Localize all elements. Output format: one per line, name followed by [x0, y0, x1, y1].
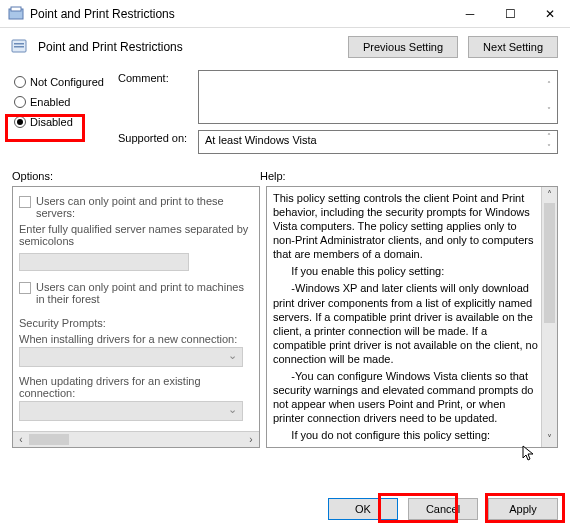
- maximize-button[interactable]: ☐: [490, 0, 530, 28]
- previous-setting-button[interactable]: Previous Setting: [348, 36, 458, 58]
- help-text: -Windows XP and later clients will only …: [273, 281, 539, 365]
- cancel-button[interactable]: Cancel: [408, 498, 478, 520]
- supported-scrollbar[interactable]: ˄˅: [541, 131, 557, 153]
- policy-state-section: Not Configured Enabled Disabled Comment:…: [0, 66, 570, 160]
- servers-instruction: Enter fully qualified server names separ…: [19, 221, 255, 251]
- checkbox-label: Users can only point and print to these …: [36, 195, 255, 219]
- help-v-scrollbar[interactable]: ˄˅: [541, 187, 557, 447]
- window-title: Point and Print Restrictions: [30, 7, 450, 21]
- svg-rect-1: [11, 7, 21, 11]
- servers-input[interactable]: [19, 253, 189, 271]
- help-text: -Windows Vista client computers can poin…: [273, 445, 539, 448]
- checkbox-icon: [19, 196, 31, 208]
- mouse-cursor-icon: [522, 445, 536, 463]
- install-drivers-select[interactable]: [19, 347, 243, 367]
- radio-label: Disabled: [30, 116, 73, 128]
- radio-label: Not Configured: [30, 76, 104, 88]
- comment-label: Comment:: [118, 70, 198, 84]
- main-content: Users can only point and print to these …: [0, 186, 570, 448]
- policy-icon: [10, 38, 28, 56]
- svg-rect-4: [14, 46, 24, 48]
- radio-enabled[interactable]: Enabled: [12, 92, 112, 112]
- apply-button[interactable]: Apply: [488, 498, 558, 520]
- update-drivers-label: When updating drivers for an existing co…: [19, 375, 255, 399]
- install-drivers-label: When installing drivers for a new connec…: [19, 333, 255, 345]
- checkbox-point-print-forest[interactable]: Users can only point and print to machin…: [19, 279, 255, 307]
- supported-on-field: At least Windows Vista ˄˅: [198, 130, 558, 154]
- titlebar: Point and Print Restrictions ─ ☐ ✕: [0, 0, 570, 28]
- comment-scrollbar[interactable]: ˄˅: [541, 71, 557, 123]
- help-text: -You can configure Windows Vista clients…: [273, 369, 539, 425]
- supported-on-label: Supported on:: [118, 130, 198, 144]
- checkbox-label: Users can only point and print to machin…: [36, 281, 255, 305]
- radio-label: Enabled: [30, 96, 70, 108]
- close-button[interactable]: ✕: [530, 0, 570, 28]
- help-label: Help:: [260, 170, 558, 182]
- minimize-button[interactable]: ─: [450, 0, 490, 28]
- help-text: This policy setting controls the client …: [273, 191, 539, 261]
- fields-column: Comment: ˄˅ Supported on: At least Windo…: [118, 70, 558, 160]
- radio-disabled[interactable]: Disabled: [12, 112, 112, 132]
- next-setting-button[interactable]: Next Setting: [468, 36, 558, 58]
- help-text: If you do not configure this policy sett…: [273, 428, 539, 442]
- radio-icon: [14, 76, 26, 88]
- dialog-header: Point and Print Restrictions Previous Se…: [0, 28, 570, 66]
- app-icon: [8, 6, 24, 22]
- state-radio-group: Not Configured Enabled Disabled: [12, 70, 112, 160]
- section-labels: Options: Help:: [0, 160, 570, 186]
- help-panel: This policy setting controls the client …: [266, 186, 558, 448]
- radio-not-configured[interactable]: Not Configured: [12, 72, 112, 92]
- options-label: Options:: [12, 170, 260, 182]
- svg-rect-3: [14, 43, 24, 45]
- comment-textarea[interactable]: ˄˅: [198, 70, 558, 124]
- options-panel: Users can only point and print to these …: [12, 186, 260, 448]
- help-text: If you enable this policy setting:: [273, 264, 539, 278]
- dialog-footer: OK Cancel Apply: [0, 490, 570, 528]
- update-drivers-select[interactable]: [19, 401, 243, 421]
- checkbox-point-print-servers[interactable]: Users can only point and print to these …: [19, 193, 255, 221]
- radio-icon: [14, 96, 26, 108]
- dialog-title: Point and Print Restrictions: [38, 40, 338, 54]
- supported-on-value: At least Windows Vista: [205, 134, 317, 146]
- checkbox-icon: [19, 282, 31, 294]
- ok-button[interactable]: OK: [328, 498, 398, 520]
- security-prompts-heading: Security Prompts:: [19, 317, 255, 329]
- radio-icon: [14, 116, 26, 128]
- options-h-scrollbar[interactable]: ‹›: [13, 431, 259, 447]
